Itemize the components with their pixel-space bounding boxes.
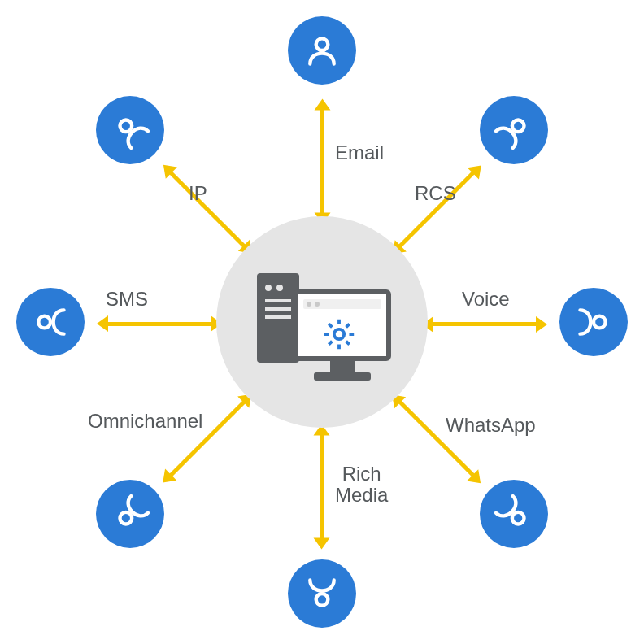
- arrow-whatsapp: [398, 400, 475, 477]
- hub-circle: [216, 216, 428, 428]
- label-omnichannel: Omnichannel: [88, 411, 202, 432]
- person-icon: [304, 576, 340, 611]
- label-whatsapp: WhatsApp: [446, 415, 536, 436]
- node-sms: [16, 288, 85, 356]
- person-icon: [105, 489, 155, 539]
- hub-computer: [249, 261, 395, 383]
- arrow-sms: [107, 322, 212, 326]
- label-rcs: RCS: [415, 183, 456, 204]
- label-rich-media: Rich Media: [335, 463, 388, 507]
- label-voice: Voice: [462, 289, 510, 310]
- label-ip: IP: [189, 183, 207, 204]
- svg-point-0: [334, 329, 344, 339]
- node-voice: [559, 288, 628, 356]
- person-icon: [33, 304, 68, 340]
- node-rcs: [480, 96, 548, 164]
- node-whatsapp: [480, 480, 548, 548]
- person-icon: [304, 33, 340, 68]
- node-omnichannel: [96, 480, 164, 548]
- node-email: [288, 16, 356, 85]
- person-icon: [489, 489, 539, 539]
- label-email: Email: [335, 142, 384, 163]
- person-icon: [489, 105, 539, 155]
- node-ip: [96, 96, 164, 164]
- gear-icon: [320, 315, 358, 353]
- arrow-rich-media: [320, 434, 324, 540]
- label-sms: SMS: [106, 289, 148, 310]
- arrow-ip: [168, 171, 246, 248]
- arrow-email: [320, 109, 324, 215]
- person-icon: [576, 304, 611, 340]
- person-icon: [105, 105, 155, 155]
- diagram-stage: Email RCS Voice WhatsApp Rich Media Omni…: [0, 0, 644, 644]
- arrow-voice: [432, 322, 537, 326]
- node-rich-media: [288, 559, 356, 628]
